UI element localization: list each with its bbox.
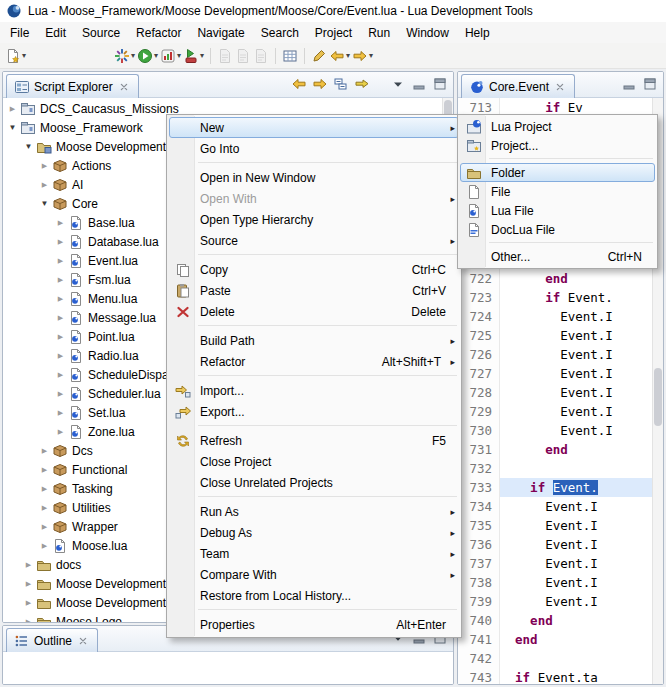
expand-arrow-icon[interactable]: ▶ <box>53 333 68 341</box>
menu-file[interactable]: File <box>2 22 37 43</box>
menu-window[interactable]: Window <box>398 22 457 43</box>
tab-outline[interactable]: Outline <box>6 628 98 652</box>
menu-item-build-path[interactable]: Build Path▸ <box>169 330 459 351</box>
code-text[interactable]: if Event. <box>500 478 652 497</box>
expand-arrow-icon[interactable]: ▶ <box>53 257 68 265</box>
close-icon[interactable] <box>553 80 567 94</box>
menu-item-source[interactable]: Source▸ <box>169 230 459 251</box>
expand-arrow-icon[interactable]: ▶ <box>53 390 68 398</box>
code-text[interactable]: Event.I <box>500 497 652 516</box>
close-icon[interactable] <box>76 634 90 648</box>
toolbar-coverage-button[interactable]: ▾ <box>159 45 182 67</box>
code-text[interactable]: Event.I <box>500 421 652 440</box>
toolbar-back-button[interactable]: ▾ <box>328 45 351 67</box>
menu-navigate[interactable]: Navigate <box>189 22 252 43</box>
minimize-button[interactable] <box>410 75 428 93</box>
expand-arrow-icon[interactable]: ▶ <box>53 409 68 417</box>
code-text[interactable]: end <box>500 440 652 459</box>
menu-source[interactable]: Source <box>74 22 128 43</box>
menu-item-open-in-new-window[interactable]: Open in New Window <box>169 167 459 188</box>
expand-arrow-icon[interactable]: ▶ <box>53 219 68 227</box>
toolbar-last-edit-location-button[interactable] <box>310 45 328 67</box>
menu-refactor[interactable]: Refactor <box>128 22 189 43</box>
dropdown-arrow-icon[interactable]: ▾ <box>22 51 26 60</box>
expand-arrow-icon[interactable]: ▶ <box>53 352 68 360</box>
code-text[interactable]: Event.I <box>500 592 652 611</box>
expand-arrow-icon[interactable]: ▶ <box>53 295 68 303</box>
toolbar-run-button[interactable]: ▾ <box>136 45 159 67</box>
expand-arrow-icon[interactable]: ▶ <box>37 447 52 455</box>
menu-item-project[interactable]: Project... <box>460 136 655 155</box>
code-text[interactable]: Event.I <box>500 307 652 326</box>
code-text[interactable]: end <box>500 611 652 630</box>
view-menu-button[interactable] <box>389 75 407 93</box>
code-text[interactable] <box>500 459 652 478</box>
menu-item-import[interactable]: Import... <box>169 380 459 401</box>
menu-item-debug-as[interactable]: Debug As▸ <box>169 522 459 543</box>
menu-help[interactable]: Help <box>457 22 498 43</box>
expand-arrow-icon[interactable]: ▶ <box>21 618 36 623</box>
expand-arrow-icon[interactable]: ▶ <box>37 485 52 493</box>
menu-search[interactable]: Search <box>253 22 307 43</box>
menu-item-lua-file[interactable]: Lua File <box>460 201 655 220</box>
code-text[interactable]: Event.I <box>500 326 652 345</box>
expand-arrow-icon[interactable]: ▶ <box>37 181 52 189</box>
menu-item-copy[interactable]: CopyCtrl+C <box>169 259 459 280</box>
menu-item-delete[interactable]: DeleteDelete <box>169 301 459 322</box>
dropdown-arrow-icon[interactable]: ▾ <box>131 51 135 60</box>
expand-arrow-icon[interactable]: ▶ <box>21 561 36 569</box>
expand-arrow-icon[interactable]: ▶ <box>37 523 52 531</box>
dropdown-arrow-icon[interactable]: ▾ <box>154 51 158 60</box>
link-with-editor-button[interactable] <box>353 75 371 93</box>
expand-arrow-icon[interactable]: ▶ <box>21 599 36 607</box>
code-text[interactable]: Event.I <box>500 383 652 402</box>
expand-arrow-icon[interactable]: ▶ <box>53 276 68 284</box>
menu-item-restore-from-local-history[interactable]: Restore from Local History... <box>169 585 459 606</box>
maximize-button[interactable] <box>431 75 449 93</box>
menu-item-compare-with[interactable]: Compare With▸ <box>169 564 459 585</box>
minimize-button[interactable] <box>620 75 638 93</box>
menu-edit[interactable]: Edit <box>37 22 74 43</box>
menu-item-other[interactable]: Other...Ctrl+N <box>460 247 655 266</box>
collapse-arrow-icon[interactable]: ▼ <box>5 123 20 132</box>
collapse-all-button[interactable] <box>332 75 350 93</box>
expand-arrow-icon[interactable]: ▶ <box>5 105 20 113</box>
code-text[interactable]: end <box>500 269 652 288</box>
code-text[interactable]: Event.I <box>500 516 652 535</box>
toolbar-forward-button[interactable]: ▾ <box>351 45 374 67</box>
menu-run[interactable]: Run <box>360 22 398 43</box>
expand-arrow-icon[interactable]: ▶ <box>37 504 52 512</box>
code-text[interactable]: Event.I <box>500 554 652 573</box>
dropdown-arrow-icon[interactable]: ▾ <box>346 51 350 60</box>
scrollbar-thumb[interactable] <box>654 368 662 426</box>
back-history-button[interactable] <box>290 75 308 93</box>
menu-item-go-into[interactable]: Go Into <box>169 138 459 159</box>
expand-arrow-icon[interactable]: ▶ <box>37 162 52 170</box>
toolbar-external-tools-button[interactable]: ▾ <box>182 45 205 67</box>
menu-item-lua-project[interactable]: Lua Project <box>460 117 655 136</box>
expand-arrow-icon[interactable]: ▶ <box>53 371 68 379</box>
code-text[interactable]: Event.I <box>500 535 652 554</box>
menu-item-folder[interactable]: Folder <box>460 163 655 182</box>
code-text[interactable]: if Event. <box>500 288 652 307</box>
expand-arrow-icon[interactable]: ▶ <box>37 466 52 474</box>
dropdown-arrow-icon[interactable]: ▾ <box>200 51 204 60</box>
expand-arrow-icon[interactable]: ▶ <box>53 314 68 322</box>
forward-history-button[interactable] <box>311 75 329 93</box>
menu-item-paste[interactable]: PasteCtrl+V <box>169 280 459 301</box>
code-text[interactable]: Event.I <box>500 573 652 592</box>
maximize-button[interactable] <box>641 75 659 93</box>
menu-item-team[interactable]: Team▸ <box>169 543 459 564</box>
code-text[interactable]: end <box>500 630 652 649</box>
toolbar-new-button[interactable]: ▾ <box>4 45 27 67</box>
tab-core-event[interactable]: Core.Event <box>461 74 575 98</box>
menu-item-refresh[interactable]: RefreshF5 <box>169 430 459 451</box>
code-text[interactable]: Event.I <box>500 402 652 421</box>
menu-item-open-type-hierarchy[interactable]: Open Type Hierarchy <box>169 209 459 230</box>
collapse-arrow-icon[interactable]: ▼ <box>37 199 52 208</box>
code-text[interactable]: Event.I <box>500 345 652 364</box>
menu-project[interactable]: Project <box>307 22 360 43</box>
expand-arrow-icon[interactable]: ▶ <box>37 542 52 550</box>
toolbar-open-element-button[interactable] <box>281 45 299 67</box>
tab-script-explorer[interactable]: Script Explorer <box>6 74 139 98</box>
